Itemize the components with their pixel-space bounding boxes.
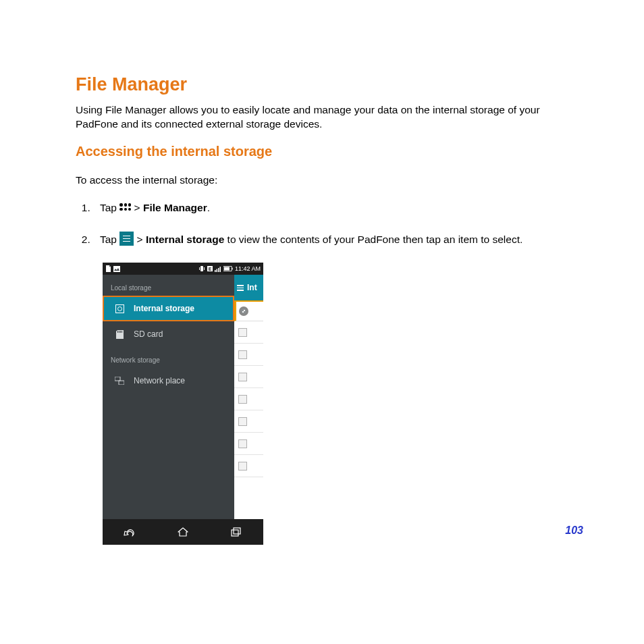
svg-point-14	[117, 306, 122, 311]
right-header-label: Int	[247, 283, 257, 292]
internal-storage-label: Internal storage	[134, 304, 194, 313]
svg-rect-23	[234, 528, 240, 534]
recent-icon	[231, 527, 242, 537]
all-apps-icon	[119, 203, 131, 212]
status-bar: E 11:42 AM	[103, 263, 263, 275]
page-number: 103	[565, 525, 583, 537]
svg-rect-16	[119, 331, 119, 333]
network-icon	[115, 376, 124, 385]
drawer-item-sdcard[interactable]: SD card	[103, 321, 234, 347]
menu-icon	[119, 232, 134, 246]
drawer-main: Local storage Internal storage SD card N	[103, 275, 234, 519]
phone-frame: E 11:42 AM Local storage Internal storag…	[103, 263, 263, 545]
svg-rect-19	[115, 377, 120, 381]
svg-rect-11	[232, 268, 232, 270]
step-2: Tap > Internal storage to view the conte…	[93, 232, 583, 248]
internal-storage-icon	[115, 304, 124, 313]
e-icon: E	[207, 266, 213, 271]
drawer-area: Local storage Internal storage SD card N	[103, 275, 263, 519]
recent-button[interactable]	[210, 527, 263, 537]
list-item[interactable]	[234, 410, 263, 433]
step-1-gt: >	[131, 202, 143, 213]
svg-rect-13	[115, 304, 124, 313]
signal-icon	[215, 266, 221, 272]
sdcard-label: SD card	[134, 329, 163, 339]
svg-rect-1	[200, 266, 203, 271]
vibrate-icon	[198, 265, 205, 272]
list-item[interactable]	[234, 455, 263, 477]
svg-rect-15	[117, 331, 118, 333]
breadcrumb-icon	[239, 306, 248, 316]
svg-rect-12	[224, 267, 230, 271]
checkbox[interactable]	[238, 373, 247, 381]
svg-rect-22	[232, 530, 238, 536]
back-button[interactable]	[103, 527, 156, 537]
step-2-target: Internal storage	[146, 234, 224, 245]
svg-rect-3	[204, 267, 205, 270]
local-storage-label: Local storage	[103, 275, 234, 296]
subsection-title: Accessing the internal storage	[76, 144, 583, 159]
step-1: Tap > File Manager.	[93, 200, 583, 217]
drawer-right-peek: Int	[234, 275, 263, 519]
home-button[interactable]	[157, 527, 210, 537]
svg-rect-2	[199, 267, 200, 270]
svg-text:E: E	[209, 267, 212, 271]
step-1-target: File Manager	[143, 202, 207, 213]
page-title: File Manager	[76, 74, 583, 95]
checkbox[interactable]	[238, 462, 247, 471]
step-2-gt: >	[134, 234, 146, 245]
svg-rect-7	[216, 269, 217, 272]
drawer-item-internal[interactable]: Internal storage	[103, 296, 234, 321]
checkbox[interactable]	[238, 439, 247, 448]
status-time: 11:42 AM	[235, 265, 261, 272]
network-place-label: Network place	[134, 376, 185, 385]
step-1-tap: Tap	[100, 202, 119, 213]
checkbox[interactable]	[238, 350, 247, 359]
battery-icon	[223, 266, 233, 271]
intro-paragraph: Using File Manager allows you to easily …	[76, 103, 583, 132]
home-icon	[178, 527, 188, 537]
drawer-item-network[interactable]: Network place	[103, 368, 234, 394]
checkbox[interactable]	[238, 395, 247, 404]
lead-text: To access the internal storage:	[76, 174, 583, 186]
svg-rect-18	[122, 331, 122, 333]
manual-page: File Manager Using File Manager allows y…	[0, 0, 644, 585]
step-1-period: .	[207, 202, 210, 213]
list-item[interactable]	[234, 366, 263, 388]
step-2-rest: to view the contents of your PadFone the…	[224, 234, 522, 245]
svg-rect-17	[120, 331, 121, 333]
svg-rect-0	[113, 266, 120, 272]
navbar	[103, 519, 263, 545]
list-item[interactable]	[234, 321, 263, 344]
right-breadcrumb	[234, 302, 263, 321]
hamburger-icon	[237, 285, 244, 291]
status-left-icons	[105, 265, 120, 272]
checkbox[interactable]	[238, 328, 247, 337]
checkbox[interactable]	[238, 417, 247, 426]
back-icon	[123, 527, 136, 537]
status-right-icons: E 11:42 AM	[198, 265, 261, 272]
svg-rect-9	[219, 267, 221, 272]
svg-rect-20	[119, 381, 124, 385]
list-item[interactable]	[234, 388, 263, 410]
svg-rect-8	[218, 268, 219, 272]
network-storage-label: Network storage	[103, 347, 234, 368]
phone-screenshot: E 11:42 AM Local storage Internal storag…	[103, 263, 583, 545]
list-item[interactable]	[234, 344, 263, 366]
page-icon	[105, 265, 111, 272]
step-2-tap: Tap	[100, 234, 119, 245]
list-item[interactable]	[234, 433, 263, 455]
right-list	[234, 321, 263, 519]
right-header[interactable]: Int	[234, 275, 263, 302]
sdcard-icon	[115, 329, 124, 339]
svg-rect-6	[215, 270, 216, 272]
steps-list: Tap > File Manager. Tap > Internal stora…	[76, 200, 583, 248]
picture-icon	[113, 266, 120, 272]
